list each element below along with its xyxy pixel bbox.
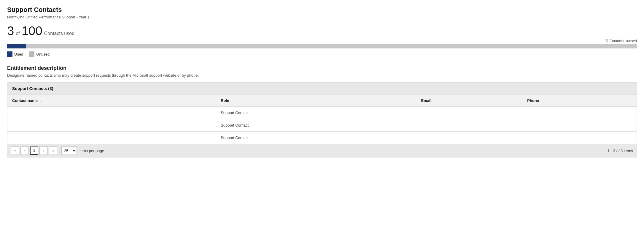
legend-used-item: Used (7, 51, 23, 57)
table-row: Support Contact (7, 132, 637, 144)
first-page-button[interactable]: « (11, 147, 19, 155)
cell-contact_name (7, 132, 216, 144)
progress-bar-fill (7, 44, 26, 48)
table-section-label: Support Contacts (3) (7, 83, 637, 95)
cell-phone (522, 119, 637, 132)
items-per-page-label: items per page (79, 149, 104, 153)
contacts-used-label: Contacts used (44, 31, 74, 36)
cell-contact_name (7, 107, 216, 119)
last-page-button[interactable]: » (49, 147, 57, 155)
table-row: Support Contact (7, 107, 637, 119)
unused-swatch (29, 51, 34, 57)
items-per-page-control: 102550100 items per page (61, 147, 104, 155)
cell-email (416, 132, 523, 144)
cell-phone (522, 132, 637, 144)
cell-contact_name (7, 119, 216, 132)
used-swatch (7, 51, 12, 57)
cell-phone (522, 107, 637, 119)
col-contact-name[interactable]: Contact name ↓ (7, 95, 216, 107)
prev-page-button[interactable]: ‹ (20, 147, 29, 155)
current-page-button[interactable]: 1 (30, 147, 38, 155)
cell-role: Support Contact (216, 119, 416, 132)
col-role: Role (216, 95, 416, 107)
sort-arrow-icon: ↓ (40, 99, 42, 103)
unused-right-label: 97 Contacts Unused (7, 39, 637, 43)
col-phone: Phone (522, 95, 637, 107)
cell-email (416, 107, 523, 119)
entitlement-heading: Entitlement description (7, 65, 637, 71)
legend-unused-label: Unused (36, 52, 50, 56)
pagination-bar: « ‹ 1 › » 102550100 items per page 1 - 3… (7, 144, 637, 157)
contacts-of-label: of (16, 31, 20, 36)
cell-email (416, 119, 523, 132)
support-contacts-table: Support Contacts (3) Contact name ↓ Role… (7, 82, 637, 157)
contacts-used-count: 3 (7, 25, 14, 37)
contacts-total-count: 100 (22, 25, 42, 37)
table-row: Support Contact (7, 119, 637, 132)
pagination-range: 1 - 3 of 3 items (608, 149, 633, 153)
cell-role: Support Contact (216, 132, 416, 144)
col-email: Email (416, 95, 523, 107)
legend-row: Used Unused (7, 51, 637, 57)
items-per-page-select[interactable]: 102550100 (61, 147, 77, 155)
cell-role: Support Contact (216, 107, 416, 119)
pagination-left: « ‹ 1 › » 102550100 items per page (11, 147, 104, 155)
entitlement-description: Designate named contacts who may create … (7, 73, 637, 78)
next-page-button[interactable]: › (39, 147, 48, 155)
page-title: Support Contacts (7, 6, 637, 14)
progress-bar-container (7, 44, 637, 48)
legend-unused-item: Unused (29, 51, 50, 57)
contacts-count-row: 3 of 100 Contacts used (7, 25, 637, 37)
legend-used-label: Used (14, 52, 23, 56)
subtitle: Northwind Unified Performance Support - … (7, 15, 637, 19)
table-header-row: Contact name ↓ Role Email Phone (7, 95, 637, 107)
